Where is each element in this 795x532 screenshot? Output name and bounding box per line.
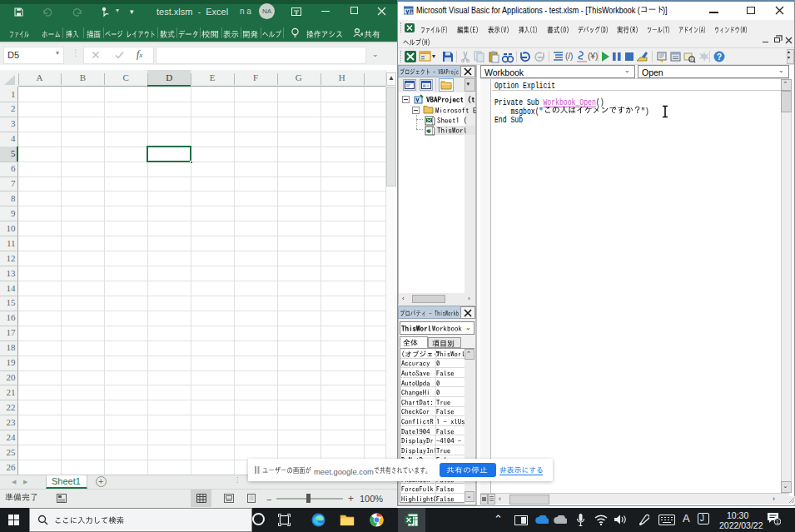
svg-text:?: ? bbox=[717, 52, 722, 62]
